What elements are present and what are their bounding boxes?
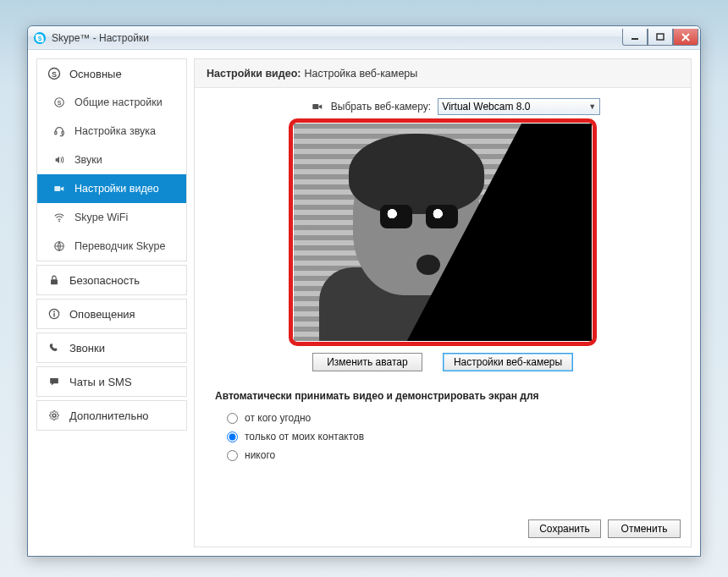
settings-window: S Skype™ - Настройки S Основные S Общие …: [27, 25, 701, 557]
titlebar[interactable]: S Skype™ - Настройки: [28, 26, 700, 50]
sidebar-group-chats[interactable]: Чаты и SMS: [36, 366, 187, 397]
close-button[interactable]: [673, 29, 698, 46]
skype-logo-icon: S: [33, 31, 47, 45]
radio-label: от кого угодно: [245, 412, 311, 424]
sidebar-item-label: Настройка звука: [74, 125, 156, 137]
content-header-strong: Настройки видео:: [207, 68, 301, 80]
sidebar-item-label: Skype WiFi: [74, 212, 128, 223]
gear-icon: [47, 409, 61, 422]
radio-nobody[interactable]: никого: [215, 446, 670, 464]
webcam-select-row: Выбрать веб-камеру: Virtual Webcam 8.0 ▼: [240, 98, 670, 115]
auto-accept-label: Автоматически принимать видео и демонстр…: [215, 390, 670, 402]
skype-icon: S: [52, 96, 66, 109]
svg-rect-10: [55, 131, 57, 135]
webcam-select-value: Virtual Webcam 8.0: [442, 101, 530, 113]
sidebar-head-label: Оповещения: [69, 308, 135, 321]
svg-rect-19: [312, 104, 318, 109]
svg-rect-11: [62, 131, 63, 135]
webcam-select[interactable]: Virtual Webcam 8.0 ▼: [438, 98, 600, 115]
sidebar-head-label: Звонки: [69, 342, 105, 354]
sidebar-item-label: Звуки: [74, 154, 102, 166]
webcam-preview: [294, 124, 592, 341]
cancel-button[interactable]: Отменить: [608, 519, 681, 538]
svg-text:S: S: [38, 36, 42, 41]
content-header: Настройки видео: Настройка веб-камеры: [195, 59, 691, 88]
svg-point-13: [58, 221, 60, 223]
sidebar-item-general-settings[interactable]: S Общие настройки: [37, 88, 186, 117]
change-avatar-button[interactable]: Изменить аватар: [312, 353, 422, 371]
radio-contacts[interactable]: только от моих контактов: [215, 427, 670, 446]
sidebar-group-advanced[interactable]: Дополнительно: [36, 400, 187, 431]
content-header-rest: Настройка веб-камеры: [304, 68, 417, 80]
wifi-icon: [52, 211, 66, 224]
sidebar-item-label: Переводчик Skype: [74, 240, 166, 252]
speaker-icon: [52, 153, 66, 167]
skype-icon: S: [47, 67, 61, 80]
client-area: S Основные S Общие настройки Настройка з…: [36, 58, 692, 547]
sidebar-item-label: Настройки видео: [74, 183, 159, 195]
svg-rect-3: [657, 34, 664, 40]
sidebar-item-video-settings[interactable]: Настройки видео: [37, 174, 186, 203]
sidebar-head-general[interactable]: S Основные: [37, 59, 186, 88]
svg-rect-18: [53, 313, 54, 316]
globe-icon: [52, 239, 66, 253]
sidebar-group-calls[interactable]: Звонки: [36, 332, 187, 363]
sidebar-item-translator[interactable]: Переводчик Skype: [37, 232, 186, 261]
lock-icon: [47, 273, 61, 287]
phone-icon: [47, 341, 61, 354]
sidebar-item-skype-wifi[interactable]: Skype WiFi: [37, 203, 186, 232]
webcam-select-label: Выбрать веб-камеру:: [331, 101, 431, 113]
sidebar-item-label: Общие настройки: [74, 96, 163, 108]
minimize-button[interactable]: [622, 29, 648, 46]
radio-nobody-input[interactable]: [227, 450, 238, 461]
radio-anyone-input[interactable]: [227, 413, 238, 424]
radio-label: только от моих контактов: [245, 431, 364, 442]
maximize-button[interactable]: [648, 29, 673, 46]
window-buttons: [622, 29, 698, 46]
svg-rect-15: [51, 279, 58, 284]
radio-anyone[interactable]: от кого угодно: [215, 409, 670, 427]
content-panel: Настройки видео: Настройка веб-камеры Вы…: [194, 58, 692, 547]
sidebar-head-label: Чаты и SMS: [69, 376, 132, 388]
preview-button-row: Изменить аватар Настройки веб-камеры: [215, 353, 670, 371]
sidebar-head-label: Основные: [69, 68, 122, 80]
webcam-preview-container: [294, 124, 592, 341]
chevron-down-icon: ▼: [588, 102, 596, 111]
sidebar-group-notifications[interactable]: Оповещения: [36, 299, 187, 329]
window-title: Skype™ - Настройки: [52, 32, 622, 44]
sidebar-head-label: Дополнительно: [69, 409, 149, 422]
info-icon: [47, 307, 61, 321]
svg-text:S: S: [58, 100, 62, 106]
save-button[interactable]: Сохранить: [528, 519, 601, 538]
webcam-settings-button[interactable]: Настройки веб-камеры: [443, 353, 573, 371]
svg-text:S: S: [52, 70, 57, 79]
svg-rect-12: [54, 186, 60, 191]
video-icon: [52, 182, 66, 195]
sidebar-group-security[interactable]: Безопасность: [36, 265, 187, 295]
video-icon: [311, 100, 324, 113]
sidebar-group-general: S Основные S Общие настройки Настройка з…: [36, 58, 187, 261]
footer-buttons: Сохранить Отменить: [528, 519, 681, 538]
radio-label: никого: [245, 449, 275, 461]
headset-icon: [52, 124, 66, 138]
sidebar-item-audio-settings[interactable]: Настройка звука: [37, 117, 186, 146]
chat-icon: [47, 375, 61, 388]
svg-point-17: [53, 311, 55, 313]
radio-contacts-input[interactable]: [227, 431, 238, 442]
sidebar: S Основные S Общие настройки Настройка з…: [36, 58, 187, 547]
sidebar-item-sounds[interactable]: Звуки: [37, 146, 186, 174]
content-body: Выбрать веб-камеру: Virtual Webcam 8.0 ▼: [195, 88, 691, 547]
sidebar-head-label: Безопасность: [69, 274, 140, 287]
